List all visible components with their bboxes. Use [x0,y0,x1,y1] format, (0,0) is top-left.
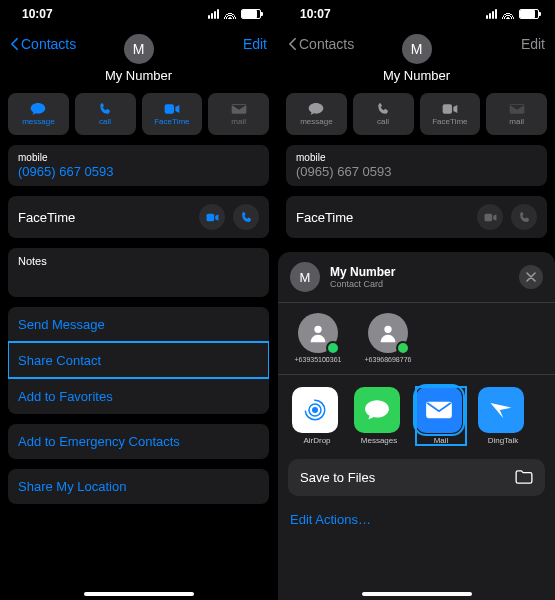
dingtalk-icon [478,387,524,433]
contact-name: My Number [0,68,277,83]
message-label: message [300,117,332,126]
person-number: +63968698776 [362,356,414,364]
phone-icon [97,102,113,116]
back-label: Contacts [21,36,76,52]
whatsapp-badge-icon [326,341,340,355]
send-message-row[interactable]: Send Message [8,307,269,342]
phone-icon [240,211,253,224]
svg-point-7 [384,326,391,333]
person-avatar [298,313,338,353]
messages-app[interactable]: Messages [354,387,404,445]
call-action[interactable]: call [75,93,136,135]
battery-icon [519,9,539,19]
video-icon [442,102,458,116]
share-sheet: M My Number Contact Card +63935100361 [278,252,555,600]
edit-actions-row[interactable]: Edit Actions… [278,502,555,527]
facetime-audio-button[interactable] [511,204,537,230]
link-list-2: Add to Emergency Contacts [8,424,269,459]
svg-point-6 [314,326,321,333]
edit-button[interactable]: Edit [521,36,545,52]
notes-card[interactable]: Notes [8,248,269,297]
video-icon [164,102,180,116]
add-favorites-row[interactable]: Add to Favorites [8,378,269,414]
status-bar: 10:07 [278,0,555,28]
mobile-value: (0965) 667 0593 [296,164,537,179]
share-location-row[interactable]: Share My Location [8,469,269,504]
link-list-3: Share My Location [8,469,269,504]
call-label: call [99,117,111,126]
contact-name: My Number [278,68,555,83]
link-list-1: Send Message Share Contact Add to Favori… [8,307,269,414]
video-icon [484,211,497,224]
facetime-card-label: FaceTime [18,210,75,225]
avatar[interactable]: M [124,34,154,64]
mobile-label: mobile [296,152,537,163]
message-action[interactable]: message [286,93,347,135]
mobile-card[interactable]: mobile (0965) 667 0593 [8,145,269,186]
save-to-files-row[interactable]: Save to Files [288,459,545,496]
chevron-left-icon [10,37,19,51]
status-indicators [486,9,539,19]
save-to-files-label: Save to Files [300,470,375,485]
mail-label: mail [509,117,524,126]
facetime-card: FaceTime [8,196,269,238]
sheet-title: My Number [330,265,395,279]
person-number: +63935100361 [292,356,344,364]
phone-left: 10:07 Contacts Edit M My Number message … [0,0,277,600]
status-bar: 10:07 [0,0,277,28]
airdrop-app[interactable]: AirDrop [292,387,342,445]
share-person-2[interactable]: +63968698776 [362,313,414,364]
facetime-video-button[interactable] [477,204,503,230]
facetime-card-label: FaceTime [296,210,353,225]
notes-label: Notes [18,255,259,267]
person-avatar [368,313,408,353]
mail-action: mail [208,93,269,135]
people-row: +63935100361 +63968698776 [278,303,555,375]
messages-app-icon [354,387,400,433]
call-action[interactable]: call [353,93,414,135]
close-button[interactable] [519,265,543,289]
facetime-audio-button[interactable] [233,204,259,230]
home-indicator[interactable] [362,592,472,596]
edit-button[interactable]: Edit [243,36,267,52]
add-emergency-row[interactable]: Add to Emergency Contacts [8,424,269,459]
action-row: message call FaceTime mail [278,83,555,145]
back-button[interactable]: Contacts [10,36,76,52]
mobile-card[interactable]: mobile (0965) 667 0593 [286,145,547,186]
dingtalk-label: DingTalk [478,436,528,445]
messages-badge-icon [396,341,410,355]
mail-app-icon [416,387,462,433]
share-contact-row[interactable]: Share Contact [8,342,269,378]
folder-icon [515,470,533,484]
home-indicator[interactable] [84,592,194,596]
status-time: 10:07 [300,7,331,21]
close-icon [526,272,536,282]
svg-rect-2 [206,213,214,221]
avatar[interactable]: M [402,34,432,64]
person-icon [307,322,329,344]
facetime-label: FaceTime [432,117,467,126]
airdrop-label: AirDrop [292,436,342,445]
facetime-action[interactable]: FaceTime [142,93,203,135]
back-button[interactable]: Contacts [288,36,354,52]
mobile-value: (0965) 667 0593 [18,164,259,179]
svg-rect-3 [443,104,452,113]
facetime-video-button[interactable] [199,204,225,230]
messages-label: Messages [354,436,404,445]
sheet-avatar: M [290,262,320,292]
chevron-left-icon [288,37,297,51]
phone-right: 10:07 Contacts Edit M My Number message … [277,0,555,600]
facetime-card: FaceTime [286,196,547,238]
sheet-header: M My Number Contact Card [278,262,555,303]
share-person-1[interactable]: +63935100361 [292,313,344,364]
message-action[interactable]: message [8,93,69,135]
svg-rect-0 [165,104,174,113]
mail-app[interactable]: Mail [416,387,466,445]
wifi-icon [501,9,515,19]
dingtalk-app[interactable]: DingTalk [478,387,528,445]
share-sheet-container: M My Number Contact Card +63935100361 [278,252,555,600]
facetime-action[interactable]: FaceTime [420,93,481,135]
facetime-label: FaceTime [154,117,189,126]
video-icon [206,211,219,224]
message-icon [30,102,46,116]
